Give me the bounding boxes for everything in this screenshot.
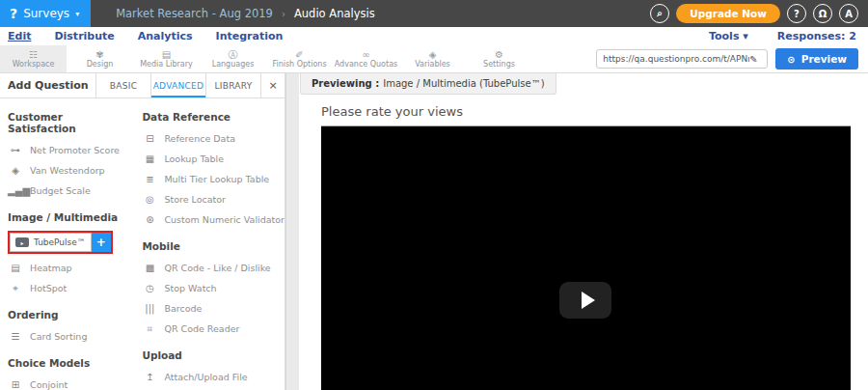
section-heading-upload: Upload bbox=[142, 349, 285, 361]
topbar-actions: ⌕ Upgrade Now ? Ω A bbox=[650, 4, 868, 23]
question-type-lookup-table[interactable]: ▦Lookup Table bbox=[142, 149, 285, 169]
list-icon: ☰ bbox=[8, 332, 23, 342]
eye-icon: ⊙ bbox=[787, 54, 795, 65]
barcode-icon: ||| bbox=[142, 304, 157, 314]
previewing-badge: Previewing : Image / Multimedia (TubePul… bbox=[300, 73, 556, 95]
question-type-label: Van Westendorp bbox=[30, 165, 105, 176]
question-type-qr-code-like-dislike[interactable]: ▩QR Code - Like / Dislike bbox=[142, 258, 285, 278]
play-button[interactable] bbox=[559, 282, 611, 319]
question-type-van-westendorp[interactable]: ◈Van Westendorp bbox=[8, 160, 132, 181]
question-type-barcode[interactable]: |||Barcode bbox=[142, 298, 285, 319]
toolbar-item-design[interactable]: ✾Design bbox=[67, 45, 133, 72]
question-type-tubepulse[interactable]: ▸TubePulse™ bbox=[10, 233, 92, 252]
question-type-tubepulse-highlighted[interactable]: ▸TubePulse™+ bbox=[8, 231, 113, 254]
question-type-qr-code-reader[interactable]: ⌗QR Code Reader bbox=[142, 319, 285, 339]
question-type-label: Barcode bbox=[164, 303, 202, 314]
search-icon: ⌕ bbox=[657, 8, 663, 19]
question-type-store-locator[interactable]: ◎Store Locator bbox=[142, 189, 285, 209]
toolbar-item-settings[interactable]: ⚙Settings bbox=[466, 45, 532, 72]
stopwatch-icon: ◷ bbox=[142, 284, 157, 293]
toolbar-item-advance-quotas[interactable]: ∞Advance Quotas bbox=[333, 45, 399, 72]
menu-item-distribute[interactable]: Distribute bbox=[54, 30, 114, 42]
previewing-label: Previewing : bbox=[312, 78, 379, 89]
question-type-label: HotSpot bbox=[30, 283, 67, 293]
grid-icon: ⊞ bbox=[8, 380, 23, 390]
numeric-validator-icon: ⊛ bbox=[142, 215, 157, 225]
close-panel-button[interactable]: × bbox=[260, 73, 285, 98]
upgrade-now-button[interactable]: Upgrade Now bbox=[676, 4, 780, 23]
surveys-menu-button[interactable]: ? Surveys ▾ bbox=[0, 0, 91, 27]
question-type-reference-data[interactable]: ⊟Reference Data bbox=[142, 128, 285, 149]
toolbar-item-languages[interactable]: ⒶLanguages bbox=[200, 45, 266, 72]
question-type-heatmap[interactable]: ▤Heatmap bbox=[8, 258, 132, 278]
stacked-tables-icon: ≣ bbox=[142, 175, 157, 184]
video-player[interactable] bbox=[321, 125, 851, 390]
notifications-button[interactable]: Ω bbox=[813, 4, 832, 23]
qr-reader-icon: ⌗ bbox=[142, 324, 157, 334]
preview-button[interactable]: ⊙ Preview bbox=[775, 48, 858, 70]
cursor-target-icon: ⌖ bbox=[8, 284, 23, 293]
menu-bar: EditDistributeAnalyticsIntegration Tools… bbox=[0, 27, 868, 45]
search-button[interactable]: ⌕ bbox=[650, 4, 669, 23]
question-type-label: Stop Watch bbox=[164, 283, 216, 293]
menu-item-analytics[interactable]: Analytics bbox=[138, 30, 193, 42]
price-tag-icon: ◈ bbox=[8, 166, 23, 176]
toolbar-item-finish-options[interactable]: ✐Finish Options bbox=[266, 45, 333, 72]
question-type-card-sorting[interactable]: ☰Card Sorting bbox=[8, 326, 132, 347]
tab-advanced[interactable]: ADVANCED bbox=[150, 73, 205, 98]
breadcrumb-survey-name[interactable]: Market Research - Aug 2019 bbox=[116, 7, 273, 20]
table-icon: ▦ bbox=[142, 154, 157, 164]
close-icon: × bbox=[268, 79, 277, 92]
menu-item-edit[interactable]: Edit bbox=[8, 30, 31, 42]
questionpro-logo-icon: ? bbox=[10, 6, 17, 21]
bell-icon: Ω bbox=[819, 9, 827, 19]
toolbar-item-variables[interactable]: ◈Variables bbox=[399, 45, 466, 72]
tools-dropdown[interactable]: Tools ▾ bbox=[709, 30, 748, 42]
question-type-label: Card Sorting bbox=[30, 331, 87, 342]
question-type-attach-upload-file[interactable]: ↥Attach/Upload File bbox=[142, 367, 285, 387]
toolbar-items: ☷Workspace✾Design▤Media LibraryⒶLanguage… bbox=[0, 45, 532, 72]
chevron-down-icon: ▾ bbox=[75, 10, 79, 18]
breadcrumb-separator-icon: › bbox=[282, 9, 285, 19]
survey-url-input[interactable] bbox=[603, 54, 749, 64]
responses-link[interactable]: Responses: 2 bbox=[777, 30, 856, 42]
account-avatar[interactable]: A bbox=[839, 4, 858, 23]
question-type-label: Heatmap bbox=[30, 263, 72, 273]
preview-area: Previewing : Image / Multimedia (TubePul… bbox=[299, 73, 868, 390]
chevron-down-icon: ▾ bbox=[743, 30, 748, 42]
survey-url-box: ✎ bbox=[596, 49, 768, 69]
question-type-budget-scale[interactable]: ▂▄▆Budget Scale bbox=[8, 181, 132, 201]
breadcrumb-page-name: Audio Analysis bbox=[294, 7, 375, 20]
question-type-multi-tier-lookup-table[interactable]: ≣Multi Tier Lookup Table bbox=[142, 169, 285, 189]
question-mark-icon: ? bbox=[794, 9, 800, 19]
toolbar-right: ✎ ⊙ Preview bbox=[596, 45, 868, 72]
upload-icon: ↥ bbox=[142, 373, 157, 382]
variables-tag-icon: ◈ bbox=[429, 49, 437, 60]
toolbar-item-label: Workspace bbox=[13, 60, 55, 69]
question-type-conjoint[interactable]: ⊞Conjoint bbox=[8, 375, 132, 390]
edit-pencil-icon[interactable]: ✎ bbox=[749, 54, 757, 65]
question-type-stop-watch[interactable]: ◷Stop Watch bbox=[142, 278, 285, 298]
menu-item-integration[interactable]: Integration bbox=[216, 30, 284, 42]
tab-library[interactable]: LIBRARY bbox=[205, 73, 260, 98]
finish-wand-icon: ✐ bbox=[295, 49, 303, 60]
numbers-box-icon: ⊟ bbox=[142, 134, 157, 144]
play-icon bbox=[582, 292, 595, 309]
toolbar-item-label: Advance Quotas bbox=[335, 60, 397, 69]
add-question-plus-button[interactable]: + bbox=[92, 233, 111, 252]
question-type-label: Custom Numeric Validator bbox=[164, 214, 285, 225]
panel-scrollbar[interactable] bbox=[285, 73, 299, 390]
question-type-net-promoter-score[interactable]: ⊶Net Promoter Score bbox=[8, 140, 132, 160]
panel-body: Customer Satisfaction⊶Net Promoter Score… bbox=[0, 98, 285, 390]
tab-basic[interactable]: BASIC bbox=[95, 73, 150, 98]
question-type-hotspot[interactable]: ⌖HotSpot bbox=[8, 278, 132, 298]
question-type-custom-numeric-validator[interactable]: ⊛Custom Numeric Validator bbox=[142, 209, 285, 230]
toolbar-item-media-library[interactable]: ▤Media Library bbox=[133, 45, 200, 72]
toolbar-item-workspace[interactable]: ☷Workspace bbox=[0, 45, 67, 72]
question-type-label: Reference Data bbox=[164, 133, 235, 144]
section-heading-ordering: Ordering bbox=[8, 309, 132, 320]
section-heading-data-reference: Data Reference bbox=[142, 111, 285, 123]
menubar-items: EditDistributeAnalyticsIntegration bbox=[8, 30, 283, 42]
links-icon: ∞ bbox=[362, 49, 369, 60]
help-button[interactable]: ? bbox=[787, 4, 806, 23]
